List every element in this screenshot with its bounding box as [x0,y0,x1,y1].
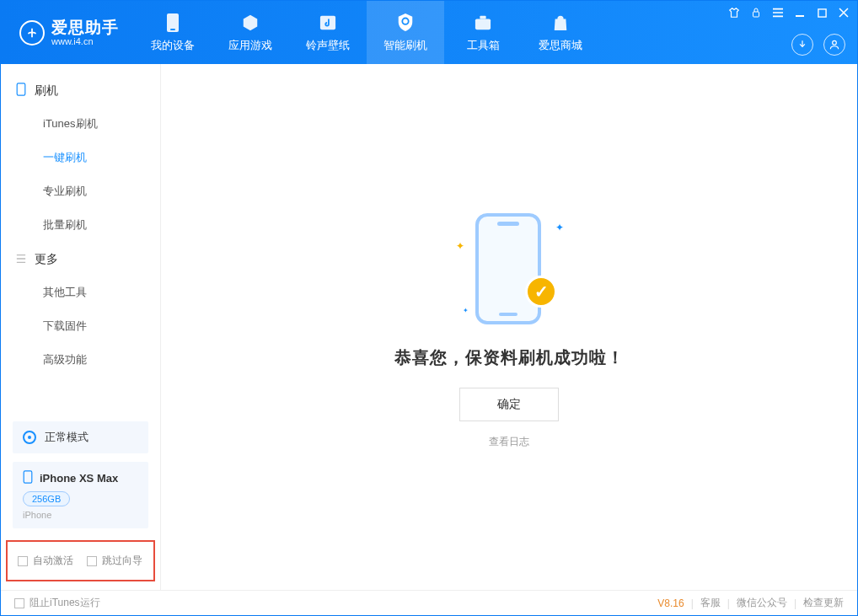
ok-button[interactable]: 确定 [459,388,559,421]
auto-activate-checkbox[interactable]: 自动激活 [18,554,73,568]
main-nav: 我的设备 应用游戏 铃声壁纸 智能刷机 工具箱 爱思商城 [134,1,599,64]
footer: 阻止iTunes运行 V8.16 | 客服 | 微信公众号 | 检查更新 [1,590,857,615]
nav-ringtones[interactable]: 铃声壁纸 [289,1,367,64]
check-circle-icon: ✓ [525,276,557,308]
menu-icon[interactable] [771,6,785,19]
minimize-button[interactable] [793,6,807,19]
svg-rect-6 [753,12,759,17]
device-area: 正常模式 iPhone XS Max 256GB iPhone [1,413,160,533]
device-type: iPhone [23,510,138,520]
bag-icon [550,13,571,33]
checkbox-label: 自动激活 [33,554,73,568]
nav-flash[interactable]: 智能刷机 [367,1,444,64]
music-folder-icon [318,13,338,33]
sidebar: 刷机 iTunes刷机 一键刷机 专业刷机 批量刷机 更多 其他工具 下载固件 … [1,64,161,590]
nav-toolbox[interactable]: 工具箱 [444,1,522,64]
sidebar-item-other-tools[interactable]: 其他工具 [1,276,160,309]
phone-illustration [475,213,541,324]
device-card[interactable]: iPhone XS Max 256GB iPhone [13,462,148,528]
nav-label: 我的设备 [151,38,195,53]
cube-icon [240,13,260,33]
window-controls [727,6,850,19]
nav-store[interactable]: 爱思商城 [522,1,599,64]
app-name-en: www.i4.cn [51,37,119,46]
toolbox-icon [473,13,493,33]
nav-label: 智能刷机 [383,38,427,53]
sidebar-group-more: 更多 [1,242,160,276]
nav-label: 工具箱 [467,38,500,53]
logo-icon [19,20,45,46]
svg-rect-7 [818,8,825,16]
svg-rect-1 [170,29,175,30]
download-icon[interactable] [791,34,813,56]
svg-point-8 [833,40,837,45]
logo[interactable]: 爱思助手 www.i4.cn [1,1,134,64]
device-icon [163,13,183,33]
nav-label: 爱思商城 [539,38,582,53]
success-illustration: ✦ ✦ ✦ ✓ [446,205,572,331]
logo-text: 爱思助手 www.i4.cn [51,19,119,46]
support-link[interactable]: 客服 [700,596,721,610]
sidebar-group-flash: 刷机 [1,72,160,107]
view-log-link[interactable]: 查看日志 [489,435,529,449]
checkbox-icon [87,556,97,566]
sidebar-item-one-click[interactable]: 一键刷机 [1,141,160,174]
skip-guide-checkbox[interactable]: 跳过向导 [87,554,142,568]
checkbox-icon [14,598,24,608]
user-icon[interactable] [823,34,845,56]
sidebar-scroll: 刷机 iTunes刷机 一键刷机 专业刷机 批量刷机 更多 其他工具 下载固件 … [1,64,160,413]
check-update-link[interactable]: 检查更新 [803,596,844,610]
device-name-row: iPhone XS Max [23,470,138,486]
svg-rect-10 [24,471,32,483]
checkbox-icon [18,556,28,566]
list-icon [16,253,26,266]
footer-right: V8.16 | 客服 | 微信公众号 | 检查更新 [657,596,844,610]
shirt-icon[interactable] [727,6,741,19]
shield-icon [395,13,416,33]
group-label: 刷机 [35,83,58,99]
success-message: 恭喜您，保资料刷机成功啦！ [394,346,625,369]
nav-my-device[interactable]: 我的设备 [134,1,212,64]
body: 刷机 iTunes刷机 一键刷机 专业刷机 批量刷机 更多 其他工具 下载固件 … [1,64,857,590]
separator: | [727,597,730,609]
sparkle-icon: ✦ [555,222,564,233]
sidebar-item-batch-flash[interactable]: 批量刷机 [1,208,160,242]
mode-label: 正常模式 [45,430,88,445]
close-button[interactable] [837,6,850,19]
group-label: 更多 [35,252,58,267]
device-small-icon [23,470,33,486]
sidebar-item-download-fw[interactable]: 下载固件 [1,309,160,343]
sidebar-item-itunes-flash[interactable]: iTunes刷机 [1,107,160,141]
separator: | [691,597,694,609]
separator: | [794,597,796,609]
device-name: iPhone XS Max [40,472,118,485]
flash-options-highlight: 自动激活 跳过向导 [6,540,155,581]
checkbox-label: 阻止iTunes运行 [29,596,100,610]
version-label: V8.16 [657,597,684,609]
svg-rect-9 [17,83,25,95]
app-name-cn: 爱思助手 [51,19,119,35]
checkbox-label: 跳过向导 [102,554,142,568]
mode-dot-icon [23,431,36,444]
nav-label: 铃声壁纸 [306,38,350,53]
nav-label: 应用游戏 [228,38,272,53]
mode-card[interactable]: 正常模式 [13,421,148,453]
storage-badge: 256GB [23,491,70,506]
maximize-button[interactable] [815,6,829,19]
sparkle-icon: ✦ [456,240,464,252]
main-content: ✦ ✦ ✦ ✓ 恭喜您，保资料刷机成功啦！ 确定 查看日志 [161,64,857,590]
lock-icon[interactable] [749,6,763,19]
header-actions [791,34,845,56]
app-window: { "app": { "name_cn": "爱思助手", "name_en":… [0,0,858,616]
phone-small-icon [16,83,26,99]
wechat-link[interactable]: 微信公众号 [737,596,787,610]
block-itunes-checkbox[interactable]: 阻止iTunes运行 [14,596,100,610]
svg-rect-4 [475,19,491,29]
nav-apps[interactable]: 应用游戏 [212,1,289,64]
header: 爱思助手 www.i4.cn 我的设备 应用游戏 铃声壁纸 智能刷机 [1,1,857,64]
svg-rect-5 [480,15,485,19]
sidebar-item-pro-flash[interactable]: 专业刷机 [1,174,160,208]
sparkle-icon: ✦ [463,307,469,314]
sidebar-item-advanced[interactable]: 高级功能 [1,343,160,377]
